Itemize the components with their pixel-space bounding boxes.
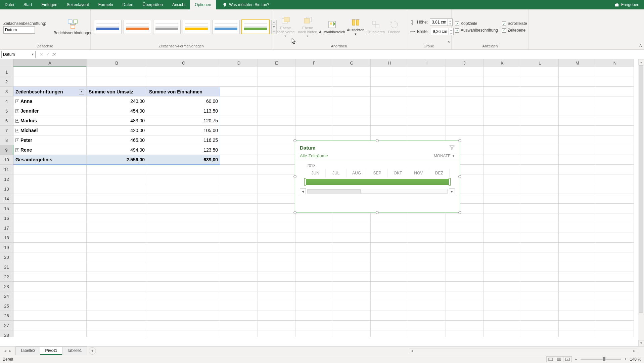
horizontal-scrollbar[interactable]: ◄►	[409, 349, 637, 353]
cell-A13[interactable]	[13, 184, 87, 194]
timeline-scroll-thumb[interactable]	[308, 189, 361, 193]
cell-I18[interactable]	[408, 233, 446, 243]
row-header-24[interactable]: 24	[0, 291, 13, 301]
cell-J18[interactable]	[446, 233, 484, 243]
cell-F4[interactable]	[295, 96, 333, 106]
column-header-E[interactable]: E	[258, 59, 295, 67]
cell-C6[interactable]: 120,75	[147, 116, 220, 126]
cell-L1[interactable]	[521, 67, 559, 77]
cell-G27[interactable]	[333, 321, 371, 330]
cell-B12[interactable]	[87, 174, 147, 184]
column-header-K[interactable]: K	[484, 59, 521, 67]
cell-D16[interactable]	[220, 213, 258, 223]
menu-tab-formeln[interactable]: Formeln	[94, 0, 118, 9]
cell-L2[interactable]	[521, 77, 559, 87]
cell-N21[interactable]	[596, 262, 634, 272]
cell-D4[interactable]	[220, 96, 258, 106]
cell-B20[interactable]	[87, 252, 147, 262]
menu-tab-daten[interactable]: Daten	[118, 0, 138, 9]
cell-G21[interactable]	[333, 262, 371, 272]
cell-I28[interactable]	[408, 330, 446, 337]
cell-N22[interactable]	[596, 272, 634, 282]
cell-A6[interactable]: +Markus	[13, 116, 87, 126]
cell-J22[interactable]	[446, 272, 484, 282]
cell-M15[interactable]	[559, 204, 596, 213]
expand-button[interactable]: +	[15, 138, 19, 142]
cell-H27[interactable]	[371, 321, 408, 330]
cell-M13[interactable]	[559, 184, 596, 194]
row-header-15[interactable]: 15	[0, 204, 13, 213]
cell-K21[interactable]	[484, 262, 521, 272]
cell-D1[interactable]	[220, 67, 258, 77]
cell-F27[interactable]	[295, 321, 333, 330]
cell-C23[interactable]	[147, 282, 220, 291]
cell-B25[interactable]	[87, 301, 147, 311]
cell-B5[interactable]: 454,00	[87, 106, 147, 116]
cell-I6[interactable]	[408, 116, 446, 126]
row-header-25[interactable]: 25	[0, 301, 13, 311]
cell-L28[interactable]	[521, 330, 559, 337]
cell-M28[interactable]	[559, 330, 596, 337]
cell-M5[interactable]	[559, 106, 596, 116]
cell-M11[interactable]	[559, 165, 596, 174]
cell-E3[interactable]	[258, 87, 295, 96]
cell-C4[interactable]: 60,00	[147, 96, 220, 106]
cell-K3[interactable]	[484, 87, 521, 96]
timeline-caption-input[interactable]	[3, 26, 35, 34]
timeline-style-0[interactable]	[94, 20, 122, 34]
cell-E25[interactable]	[258, 301, 295, 311]
page-layout-view-button[interactable]	[555, 356, 563, 362]
cell-K12[interactable]	[484, 174, 521, 184]
cell-K17[interactable]	[484, 223, 521, 233]
row-header-12[interactable]: 12	[0, 174, 13, 184]
cell-J24[interactable]	[446, 291, 484, 301]
cell-N26[interactable]	[596, 311, 634, 321]
cell-F7[interactable]	[295, 126, 333, 135]
cell-E13[interactable]	[258, 184, 295, 194]
cell-C25[interactable]	[147, 301, 220, 311]
cell-G28[interactable]	[333, 330, 371, 337]
row-header-23[interactable]: 23	[0, 282, 13, 291]
cell-F16[interactable]	[295, 213, 333, 223]
cell-L14[interactable]	[521, 194, 559, 204]
cell-N5[interactable]	[596, 106, 634, 116]
cell-C11[interactable]	[147, 165, 220, 174]
menu-tab-einfügen[interactable]: Einfügen	[37, 0, 62, 9]
cell-H26[interactable]	[371, 311, 408, 321]
cell-M12[interactable]	[559, 174, 596, 184]
cell-N9[interactable]	[596, 145, 634, 155]
cell-B22[interactable]	[87, 272, 147, 282]
row-header-13[interactable]: 13	[0, 184, 13, 194]
cell-D27[interactable]	[220, 321, 258, 330]
cell-E17[interactable]	[258, 223, 295, 233]
cell-A11[interactable]	[13, 165, 87, 174]
cell-A2[interactable]	[13, 77, 87, 87]
cell-H20[interactable]	[371, 252, 408, 262]
cell-F28[interactable]	[295, 330, 333, 337]
cell-G26[interactable]	[333, 311, 371, 321]
cell-A5[interactable]: +Jennifer	[13, 106, 87, 116]
cell-E15[interactable]	[258, 204, 295, 213]
cell-E4[interactable]	[258, 96, 295, 106]
cell-J26[interactable]	[446, 311, 484, 321]
cell-E7[interactable]	[258, 126, 295, 135]
cell-A24[interactable]	[13, 291, 87, 301]
cell-A3[interactable]: Zeilenbeschriftungen▼	[13, 87, 87, 96]
timeline-right-grip[interactable]	[449, 178, 451, 186]
cell-G19[interactable]	[333, 243, 371, 252]
cell-M23[interactable]	[559, 282, 596, 291]
column-header-N[interactable]: N	[596, 59, 634, 67]
timeline-style-5[interactable]	[242, 20, 269, 34]
cell-H16[interactable]	[371, 213, 408, 223]
cell-B16[interactable]	[87, 213, 147, 223]
cell-N8[interactable]	[596, 135, 634, 145]
zoom-level[interactable]: 140 %	[630, 357, 641, 362]
cell-G2[interactable]	[333, 77, 371, 87]
share-button[interactable]: Freigeben	[610, 0, 644, 9]
row-header-14[interactable]: 14	[0, 194, 13, 204]
cell-D7[interactable]	[220, 126, 258, 135]
cell-K10[interactable]	[484, 155, 521, 165]
cell-H4[interactable]	[371, 96, 408, 106]
cell-D6[interactable]	[220, 116, 258, 126]
timeline-scroll-track[interactable]	[307, 189, 448, 194]
